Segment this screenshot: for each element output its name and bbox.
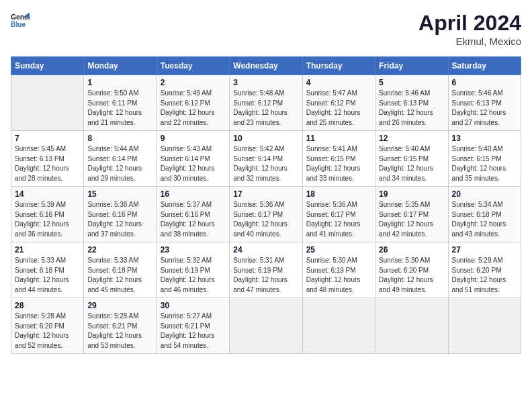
col-header-sunday: Sunday bbox=[11, 57, 84, 75]
calendar-cell: 3Sunrise: 5:48 AM Sunset: 6:12 PM Daylig… bbox=[230, 75, 302, 131]
calendar-cell: 5Sunrise: 5:46 AM Sunset: 6:13 PM Daylig… bbox=[375, 75, 448, 131]
calendar-week-5: 28Sunrise: 5:28 AM Sunset: 6:20 PM Dayli… bbox=[11, 298, 521, 354]
calendar-cell: 20Sunrise: 5:34 AM Sunset: 6:18 PM Dayli… bbox=[448, 187, 521, 242]
title-block: April 2024 Ekmul, Mexico bbox=[418, 11, 521, 47]
day-number: 18 bbox=[306, 189, 371, 199]
day-info: Sunrise: 5:46 AM Sunset: 6:13 PM Dayligh… bbox=[452, 89, 517, 128]
day-info: Sunrise: 5:42 AM Sunset: 6:14 PM Dayligh… bbox=[233, 144, 298, 183]
col-header-monday: Monday bbox=[84, 57, 157, 75]
day-number: 4 bbox=[306, 78, 371, 87]
calendar-cell: 17Sunrise: 5:36 AM Sunset: 6:17 PM Dayli… bbox=[230, 187, 302, 242]
day-number: 17 bbox=[233, 189, 298, 199]
calendar-cell: 15Sunrise: 5:38 AM Sunset: 6:16 PM Dayli… bbox=[84, 187, 157, 242]
calendar-cell: 24Sunrise: 5:31 AM Sunset: 6:19 PM Dayli… bbox=[230, 242, 302, 298]
calendar-cell: 4Sunrise: 5:47 AM Sunset: 6:12 PM Daylig… bbox=[302, 75, 375, 131]
day-number: 7 bbox=[15, 134, 80, 143]
day-info: Sunrise: 5:43 AM Sunset: 6:14 PM Dayligh… bbox=[161, 144, 226, 183]
calendar-cell: 2Sunrise: 5:49 AM Sunset: 6:12 PM Daylig… bbox=[157, 75, 229, 131]
day-info: Sunrise: 5:37 AM Sunset: 6:16 PM Dayligh… bbox=[161, 200, 226, 239]
day-info: Sunrise: 5:30 AM Sunset: 6:20 PM Dayligh… bbox=[379, 256, 444, 295]
calendar-cell: 23Sunrise: 5:32 AM Sunset: 6:19 PM Dayli… bbox=[157, 242, 229, 298]
day-info: Sunrise: 5:48 AM Sunset: 6:12 PM Dayligh… bbox=[233, 89, 298, 128]
day-number: 25 bbox=[306, 245, 371, 255]
calendar-cell: 22Sunrise: 5:33 AM Sunset: 6:18 PM Dayli… bbox=[84, 242, 157, 298]
day-info: Sunrise: 5:38 AM Sunset: 6:16 PM Dayligh… bbox=[87, 200, 152, 239]
day-info: Sunrise: 5:47 AM Sunset: 6:12 PM Dayligh… bbox=[306, 89, 371, 128]
col-header-saturday: Saturday bbox=[448, 57, 521, 75]
calendar-cell bbox=[302, 298, 375, 354]
day-number: 24 bbox=[233, 245, 298, 255]
calendar-cell: 6Sunrise: 5:46 AM Sunset: 6:13 PM Daylig… bbox=[448, 75, 521, 131]
calendar-cell: 28Sunrise: 5:28 AM Sunset: 6:20 PM Dayli… bbox=[11, 298, 84, 354]
page-header: General Blue April 2024 Ekmul, Mexico bbox=[11, 11, 521, 47]
day-info: Sunrise: 5:39 AM Sunset: 6:16 PM Dayligh… bbox=[15, 200, 80, 239]
calendar-week-1: 1Sunrise: 5:50 AM Sunset: 6:11 PM Daylig… bbox=[11, 75, 521, 131]
day-number: 5 bbox=[379, 78, 444, 87]
calendar-cell: 1Sunrise: 5:50 AM Sunset: 6:11 PM Daylig… bbox=[84, 75, 157, 131]
day-number: 29 bbox=[87, 301, 152, 310]
day-info: Sunrise: 5:44 AM Sunset: 6:14 PM Dayligh… bbox=[87, 144, 152, 183]
day-info: Sunrise: 5:50 AM Sunset: 6:11 PM Dayligh… bbox=[87, 89, 152, 128]
calendar-cell: 30Sunrise: 5:27 AM Sunset: 6:21 PM Dayli… bbox=[157, 298, 229, 354]
day-number: 1 bbox=[87, 78, 152, 87]
calendar-cell: 9Sunrise: 5:43 AM Sunset: 6:14 PM Daylig… bbox=[157, 131, 229, 187]
calendar-week-4: 21Sunrise: 5:33 AM Sunset: 6:18 PM Dayli… bbox=[11, 242, 521, 298]
calendar-cell: 14Sunrise: 5:39 AM Sunset: 6:16 PM Dayli… bbox=[11, 187, 84, 242]
day-number: 20 bbox=[452, 189, 517, 199]
day-number: 21 bbox=[15, 245, 80, 255]
day-info: Sunrise: 5:34 AM Sunset: 6:18 PM Dayligh… bbox=[452, 200, 517, 239]
logo-icon: General Blue bbox=[11, 11, 30, 30]
day-number: 2 bbox=[161, 78, 226, 87]
calendar-cell bbox=[448, 298, 521, 354]
day-number: 16 bbox=[161, 189, 226, 199]
day-info: Sunrise: 5:31 AM Sunset: 6:19 PM Dayligh… bbox=[233, 256, 298, 295]
month-year: April 2024 bbox=[418, 11, 521, 36]
day-number: 8 bbox=[87, 134, 152, 143]
col-header-tuesday: Tuesday bbox=[157, 57, 229, 75]
day-info: Sunrise: 5:29 AM Sunset: 6:20 PM Dayligh… bbox=[452, 256, 517, 295]
col-header-friday: Friday bbox=[375, 57, 448, 75]
calendar-cell bbox=[11, 75, 84, 131]
calendar-cell: 29Sunrise: 5:28 AM Sunset: 6:21 PM Dayli… bbox=[84, 298, 157, 354]
calendar-cell: 7Sunrise: 5:45 AM Sunset: 6:13 PM Daylig… bbox=[11, 131, 84, 187]
day-info: Sunrise: 5:36 AM Sunset: 6:17 PM Dayligh… bbox=[306, 200, 371, 239]
day-number: 3 bbox=[233, 78, 298, 87]
day-info: Sunrise: 5:41 AM Sunset: 6:15 PM Dayligh… bbox=[306, 144, 371, 183]
day-info: Sunrise: 5:36 AM Sunset: 6:17 PM Dayligh… bbox=[233, 200, 298, 239]
calendar-cell bbox=[230, 298, 302, 354]
day-info: Sunrise: 5:40 AM Sunset: 6:15 PM Dayligh… bbox=[452, 144, 517, 183]
day-number: 22 bbox=[87, 245, 152, 255]
calendar-cell: 25Sunrise: 5:30 AM Sunset: 6:19 PM Dayli… bbox=[302, 242, 375, 298]
day-info: Sunrise: 5:40 AM Sunset: 6:15 PM Dayligh… bbox=[379, 144, 444, 183]
calendar-cell: 21Sunrise: 5:33 AM Sunset: 6:18 PM Dayli… bbox=[11, 242, 84, 298]
calendar-cell: 18Sunrise: 5:36 AM Sunset: 6:17 PM Dayli… bbox=[302, 187, 375, 242]
day-info: Sunrise: 5:33 AM Sunset: 6:18 PM Dayligh… bbox=[15, 256, 80, 295]
day-number: 11 bbox=[306, 134, 371, 143]
day-info: Sunrise: 5:49 AM Sunset: 6:12 PM Dayligh… bbox=[161, 89, 226, 128]
day-info: Sunrise: 5:28 AM Sunset: 6:20 PM Dayligh… bbox=[15, 312, 80, 351]
calendar-table: SundayMondayTuesdayWednesdayThursdayFrid… bbox=[11, 56, 521, 354]
calendar-cell: 16Sunrise: 5:37 AM Sunset: 6:16 PM Dayli… bbox=[157, 187, 229, 242]
calendar-cell: 13Sunrise: 5:40 AM Sunset: 6:15 PM Dayli… bbox=[448, 131, 521, 187]
day-info: Sunrise: 5:27 AM Sunset: 6:21 PM Dayligh… bbox=[161, 312, 226, 351]
day-number: 27 bbox=[452, 245, 517, 255]
day-info: Sunrise: 5:46 AM Sunset: 6:13 PM Dayligh… bbox=[379, 89, 444, 128]
day-info: Sunrise: 5:35 AM Sunset: 6:17 PM Dayligh… bbox=[379, 200, 444, 239]
day-number: 6 bbox=[452, 78, 517, 87]
calendar-cell: 26Sunrise: 5:30 AM Sunset: 6:20 PM Dayli… bbox=[375, 242, 448, 298]
calendar-cell bbox=[375, 298, 448, 354]
calendar-cell: 10Sunrise: 5:42 AM Sunset: 6:14 PM Dayli… bbox=[230, 131, 302, 187]
day-number: 10 bbox=[233, 134, 298, 143]
day-info: Sunrise: 5:33 AM Sunset: 6:18 PM Dayligh… bbox=[87, 256, 152, 295]
day-number: 26 bbox=[379, 245, 444, 255]
calendar-cell: 12Sunrise: 5:40 AM Sunset: 6:15 PM Dayli… bbox=[375, 131, 448, 187]
day-number: 12 bbox=[379, 134, 444, 143]
day-number: 23 bbox=[161, 245, 226, 255]
svg-text:Blue: Blue bbox=[11, 21, 26, 28]
day-number: 19 bbox=[379, 189, 444, 199]
calendar-week-3: 14Sunrise: 5:39 AM Sunset: 6:16 PM Dayli… bbox=[11, 187, 521, 242]
day-number: 28 bbox=[15, 301, 80, 310]
calendar-cell: 11Sunrise: 5:41 AM Sunset: 6:15 PM Dayli… bbox=[302, 131, 375, 187]
day-info: Sunrise: 5:30 AM Sunset: 6:19 PM Dayligh… bbox=[306, 256, 371, 295]
logo: General Blue bbox=[11, 11, 30, 30]
